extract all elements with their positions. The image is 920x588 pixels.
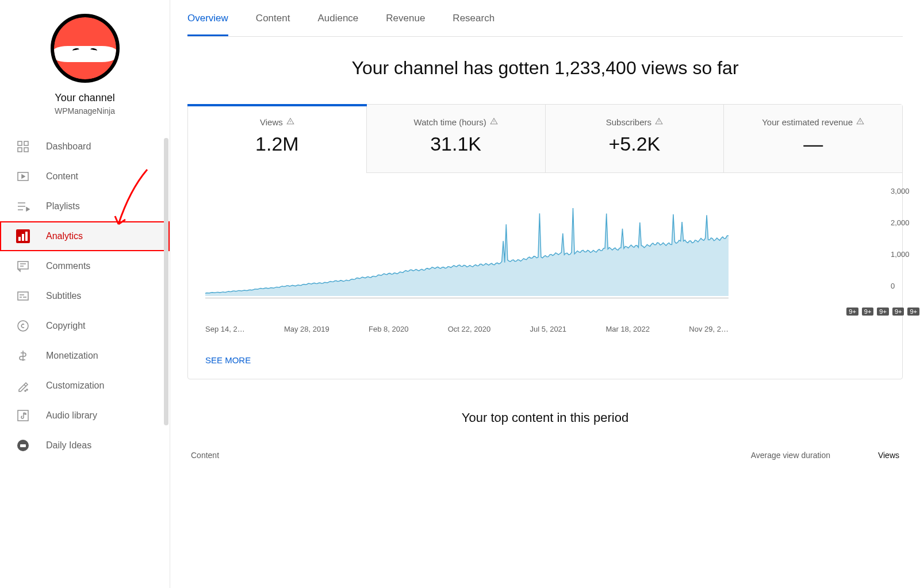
- sidebar: Your channel WPManageNinja DashboardCont…: [0, 0, 170, 588]
- nav-label: Subtitles: [46, 291, 81, 301]
- daily-ideas-icon: [16, 439, 30, 452]
- sidebar-item-content[interactable]: Content: [0, 162, 170, 191]
- tab-research[interactable]: Research: [453, 13, 494, 36]
- nav-label: Monetization: [46, 351, 98, 361]
- content-icon: [16, 170, 30, 183]
- tab-audience[interactable]: Audience: [317, 13, 358, 36]
- metric-value: 31.1K: [373, 133, 539, 155]
- indicator-badge[interactable]: 9+: [846, 308, 858, 316]
- analytics-tabs: OverviewContentAudienceRevenueResearch: [187, 0, 903, 37]
- metric-value: +5.2K: [551, 133, 718, 155]
- metric-your-estimated-revenue[interactable]: Your estimated revenue—: [724, 105, 902, 173]
- svg-rect-9: [18, 292, 28, 300]
- nav-label: Playlists: [46, 201, 80, 212]
- svg-rect-7: [25, 232, 28, 241]
- warning-icon: [856, 117, 864, 127]
- metric-value: —: [730, 133, 896, 155]
- indicator-badge[interactable]: 9+: [877, 308, 889, 316]
- chart-svg: [205, 193, 729, 296]
- top-content-table-header: Content Average view duration Views: [187, 446, 903, 460]
- nav-label: Dashboard: [46, 141, 91, 152]
- svg-rect-3: [24, 148, 28, 152]
- nav-label: Audio library: [46, 410, 97, 421]
- svg-point-11: [26, 389, 28, 390]
- sidebar-item-customization[interactable]: Customization: [0, 371, 170, 401]
- sidebar-item-monetization[interactable]: Monetization: [0, 341, 170, 371]
- col-content-header: Content: [191, 451, 744, 460]
- copyright-icon: [16, 319, 30, 333]
- nav-label: Analytics: [46, 231, 83, 241]
- metric-label: Watch time (hours): [414, 117, 498, 127]
- warning-icon: [655, 117, 663, 127]
- svg-point-10: [18, 321, 28, 331]
- tab-revenue[interactable]: Revenue: [386, 13, 425, 36]
- svg-rect-1: [24, 141, 28, 145]
- nav-label: Copyright: [46, 321, 85, 331]
- channel-header: Your channel WPManageNinja: [0, 14, 170, 132]
- sidebar-item-comments[interactable]: Comments: [0, 251, 170, 281]
- col-views-header[interactable]: Views: [830, 451, 899, 460]
- nav-label: Comments: [46, 261, 90, 271]
- top-content-title: Your top content in this period: [187, 410, 903, 425]
- see-more-link[interactable]: SEE MORE: [188, 345, 902, 379]
- sidebar-item-subtitles[interactable]: Subtitles: [0, 281, 170, 311]
- svg-rect-2: [18, 148, 22, 152]
- metric-label: Your estimated revenue: [762, 117, 864, 127]
- metric-watch-time-hours-[interactable]: Watch time (hours)31.1K: [367, 105, 546, 173]
- main-content: OverviewContentAudienceRevenueResearch Y…: [170, 0, 920, 588]
- metric-label: Views: [260, 117, 294, 127]
- views-chart: 3,0002,0001,0000 9+9+9+9+9+ Sep 14, 2…Ma…: [188, 173, 902, 345]
- svg-rect-6: [22, 234, 24, 241]
- chart-y-axis: 3,0002,0001,0000: [891, 187, 919, 290]
- warning-icon: [286, 117, 294, 127]
- sidebar-item-copyright[interactable]: Copyright: [0, 311, 170, 341]
- indicator-badge[interactable]: 9+: [862, 308, 874, 316]
- playlists-icon: [16, 199, 30, 213]
- chart-x-axis: Sep 14, 2…May 28, 2019Feb 8, 2020Oct 22,…: [205, 325, 729, 333]
- audio-library-icon: [16, 409, 30, 422]
- dashboard-icon: [16, 140, 30, 153]
- metric-row: Views1.2MWatch time (hours)31.1KSubscrib…: [188, 105, 902, 173]
- col-avg-header: Average view duration: [744, 451, 830, 460]
- svg-rect-15: [20, 444, 26, 447]
- chart-badges: 9+9+9+9+9+: [846, 308, 919, 316]
- svg-point-12: [25, 390, 26, 391]
- nav-label: Customization: [46, 381, 104, 391]
- nav-list: DashboardContentPlaylistsAnalyticsCommen…: [0, 132, 170, 460]
- channel-name: WPManageNinja: [12, 106, 158, 116]
- metric-views[interactable]: Views1.2M: [188, 105, 367, 173]
- customization-icon: [16, 379, 30, 393]
- sidebar-item-analytics[interactable]: Analytics: [0, 221, 170, 251]
- nav-label: Content: [46, 171, 78, 182]
- warning-icon: [490, 117, 498, 127]
- sidebar-item-audio-library[interactable]: Audio library: [0, 401, 170, 431]
- analytics-icon: [16, 229, 30, 243]
- comments-icon: [16, 259, 30, 273]
- sidebar-item-playlists[interactable]: Playlists: [0, 191, 170, 221]
- overview-card: Views1.2MWatch time (hours)31.1KSubscrib…: [187, 104, 903, 379]
- headline: Your channel has gotten 1,233,400 views …: [187, 57, 903, 79]
- svg-rect-8: [18, 262, 28, 269]
- metric-value: 1.2M: [194, 133, 361, 155]
- nav-label: Daily Ideas: [46, 440, 91, 451]
- svg-rect-13: [18, 410, 28, 421]
- indicator-badge[interactable]: 9+: [907, 308, 919, 316]
- tab-content[interactable]: Content: [256, 13, 290, 36]
- sidebar-scrollbar[interactable]: [164, 138, 168, 425]
- subtitles-icon: [16, 289, 30, 303]
- svg-rect-5: [18, 237, 21, 241]
- sidebar-item-daily-ideas[interactable]: Daily Ideas: [0, 431, 170, 460]
- your-channel-label: Your channel: [12, 92, 158, 104]
- metric-label: Subscribers: [606, 117, 663, 127]
- channel-avatar[interactable]: [51, 14, 120, 83]
- tab-overview[interactable]: Overview: [187, 13, 228, 36]
- sidebar-item-dashboard[interactable]: Dashboard: [0, 132, 170, 162]
- indicator-badge[interactable]: 9+: [892, 308, 904, 316]
- metric-subscribers[interactable]: Subscribers+5.2K: [546, 105, 724, 173]
- monetization-icon: [16, 349, 30, 363]
- svg-rect-0: [18, 141, 22, 145]
